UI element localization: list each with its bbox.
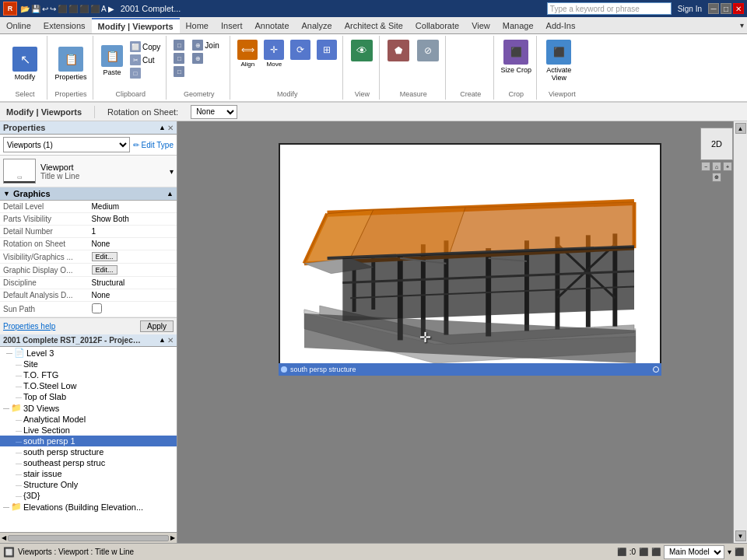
prop-value-detail-number[interactable]: 1 (89, 226, 177, 238)
properties-header: Properties ▲ ✕ (0, 121, 177, 135)
tab-extensions[interactable]: Extensions (37, 19, 92, 33)
activate-view-btn[interactable]: ⬛ Activate View (542, 39, 576, 82)
qa-settings-btn[interactable]: ⬛ (90, 5, 100, 13)
join-btn[interactable]: ⊕Join (190, 39, 221, 51)
qa-text-btn[interactable]: A (101, 5, 107, 13)
properties-scroll-up[interactable]: ▲ (159, 124, 166, 132)
prop-value-rotation[interactable]: None (89, 238, 177, 250)
scroll-right-btn[interactable]: ▶ (169, 534, 177, 541)
nav-home-btn[interactable]: ⌂ (712, 162, 721, 171)
properties-help-link[interactable]: Properties help (3, 322, 55, 331)
tab-architect-site[interactable]: Architect & Site (338, 19, 409, 33)
size-crop-btn[interactable]: ⬛ Size Crop (499, 39, 533, 82)
paste-options-btn[interactable]: □ (128, 67, 163, 79)
qa-measure-btn[interactable]: ⬛ (79, 5, 89, 13)
tab-home[interactable]: Home (180, 19, 215, 33)
list-item[interactable]: — T.O.Steel Low (0, 380, 177, 391)
rotate-btn[interactable]: ⟳ (288, 39, 313, 82)
maximize-btn[interactable]: □ (721, 3, 731, 14)
prop-value-graphic-display[interactable]: Edit... (89, 264, 177, 277)
paste-btn[interactable]: 📋 Paste (98, 39, 126, 82)
modify-btn[interactable]: ↖ Modify (8, 39, 42, 89)
model-dropdown[interactable]: Main Model (664, 545, 724, 559)
pb-scroll-up[interactable]: ▲ (159, 336, 166, 345)
prop-value-default-analysis[interactable]: None (89, 289, 177, 302)
list-item[interactable]: — stair issue (0, 468, 177, 479)
geom-btn-2[interactable]: □ (171, 52, 188, 65)
apply-btn[interactable]: Apply (140, 320, 174, 332)
tab-insert[interactable]: Insert (215, 19, 249, 33)
prop-value-detail-level[interactable]: Medium (89, 201, 177, 213)
prop-value-parts-visibility[interactable]: Show Both (89, 213, 177, 226)
viewport-frame[interactable]: ✛ south persp structure (279, 143, 661, 365)
list-item[interactable]: — Analytical Model (0, 414, 177, 425)
pb-close-btn[interactable]: ✕ (167, 336, 174, 345)
viewport-handle-bar[interactable]: south persp structure (279, 363, 661, 376)
align-btn[interactable]: ⟺ Align (235, 39, 260, 82)
mirror-btn[interactable]: ⊞ (314, 39, 339, 82)
properties-close-btn[interactable]: ✕ (167, 124, 174, 132)
nav-zoom-in-btn[interactable]: + (723, 162, 732, 171)
type-selector-dropdown[interactable]: Viewports (1) (3, 137, 130, 152)
pb-scroll-track[interactable] (8, 535, 169, 541)
tab-online[interactable]: Online (0, 19, 37, 33)
model-dropdown-arrow[interactable]: ▾ (728, 548, 731, 556)
nav-pan-btn[interactable]: ⊕ (712, 173, 721, 182)
graphics-collapse-btn[interactable]: ▼ (3, 190, 10, 198)
tab-view[interactable]: View (465, 19, 496, 33)
tab-analyze[interactable]: Analyze (296, 19, 338, 33)
prop-value-sun-path[interactable] (89, 302, 177, 317)
graphics-scroll-up-icon[interactable]: ▲ (167, 190, 174, 198)
tab-annotate[interactable]: Annotate (248, 19, 295, 33)
join-opt-btn[interactable]: ⊕ (190, 52, 221, 65)
list-item[interactable]: — Structure Only (0, 479, 177, 490)
rs-scroll-down[interactable]: ▼ (735, 530, 746, 541)
geom-btn-3[interactable]: □ (171, 65, 188, 78)
measure-btn[interactable]: ⬟ (384, 39, 412, 82)
copy-btn[interactable]: ⬜Copy (128, 40, 163, 53)
list-item[interactable]: — Site (0, 359, 177, 369)
qa-redo-btn[interactable]: ↪ (50, 5, 56, 13)
qa-undo-btn[interactable]: ↩ (42, 5, 48, 13)
tree-view[interactable]: — 📄 Level 3 — Site — T.O. FTG — (0, 347, 177, 532)
qa-more-btn[interactable]: ▶ (108, 5, 114, 13)
list-item[interactable]: — Top of Slab (0, 391, 177, 402)
list-item[interactable]: — 📄 Level 3 (0, 347, 177, 359)
tab-manage[interactable]: Manage (496, 19, 540, 33)
list-item[interactable]: — {3D} (0, 490, 177, 501)
tab-collaborate[interactable]: Collaborate (409, 19, 465, 33)
cut-btn[interactable]: ✂Cut (128, 54, 163, 66)
sign-in-btn[interactable]: Sign In (678, 5, 702, 13)
qa-sync-btn[interactable]: ⬛ (58, 5, 67, 13)
move-btn[interactable]: ✛ Move (261, 39, 286, 82)
scroll-left-btn[interactable]: ◀ (0, 534, 8, 541)
prop-value-vg[interactable]: Edit... (89, 250, 177, 264)
viewport-arrow-btn[interactable]: ▾ (170, 167, 174, 176)
geom-btn-1[interactable]: □ (171, 39, 188, 51)
list-item[interactable]: — southeast persp struc (0, 457, 177, 468)
list-item[interactable]: — T.O. FTG (0, 369, 177, 380)
search-box[interactable]: Type a keyword or phrase (547, 2, 672, 15)
edit-type-btn[interactable]: ✏ Edit Type (133, 141, 174, 149)
list-item[interactable]: — south persp 1 (0, 436, 177, 446)
more-tabs-btn[interactable]: ▾ (737, 19, 747, 32)
minimize-btn[interactable]: ─ (708, 3, 719, 14)
list-item[interactable]: — south persp structure (0, 446, 177, 457)
qa-print-btn[interactable]: ⬛ (68, 5, 78, 13)
qa-open-btn[interactable]: 📂 (20, 5, 30, 13)
measure-btn2[interactable]: ⊘ (414, 39, 442, 82)
list-item[interactable]: — Live Section (0, 425, 177, 436)
list-item[interactable]: — 📁 3D Views (0, 402, 177, 414)
tab-modify-viewports[interactable]: Modify | Viewports (92, 18, 180, 33)
qa-save-btn[interactable]: 💾 (31, 5, 40, 13)
nav-zoom-out-btn[interactable]: − (701, 162, 710, 171)
nav-cube-face[interactable]: 2D (700, 128, 733, 160)
view-btn[interactable]: 👁 (348, 39, 376, 82)
close-btn[interactable]: ✕ (733, 3, 744, 14)
prop-value-discipline[interactable]: Structural (89, 277, 177, 289)
list-item[interactable]: — 📁 Elevations (Building Elevation... (0, 501, 177, 513)
properties-ribbon-btn[interactable]: 📋 Properties (54, 39, 88, 89)
rs-scroll-up[interactable]: ▲ (735, 123, 746, 134)
tab-addins[interactable]: Add-Ins (540, 19, 582, 33)
rotation-dropdown[interactable]: None 90° 180° 270° (191, 105, 237, 119)
